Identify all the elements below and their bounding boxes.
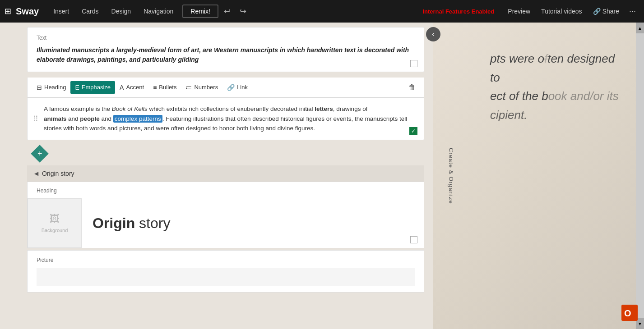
preview-line2: ect of the book and/or its bbox=[490, 87, 623, 106]
scroll-up-button[interactable]: ▲ bbox=[636, 23, 644, 33]
right-panel: ‹ Create & Organize pts were often desig… bbox=[433, 23, 644, 329]
chevron-left-icon: ‹ bbox=[432, 30, 434, 38]
grid-icon[interactable]: ⊞ bbox=[5, 6, 11, 16]
section-header: ◀ Origin story bbox=[27, 165, 424, 182]
app-logo: Sway bbox=[16, 6, 39, 17]
heading-bg-placeholder[interactable]: 🖼 Background bbox=[28, 198, 82, 248]
tutorial-button[interactable]: Tutorial videos bbox=[537, 5, 587, 18]
numbers-button[interactable]: ≔ Numbers bbox=[181, 81, 222, 94]
picture-card-label: Picture bbox=[37, 257, 415, 263]
add-content-button[interactable]: + bbox=[31, 145, 49, 163]
more-button[interactable]: ··· bbox=[625, 4, 639, 19]
scroll-bar: ▲ ▼ bbox=[636, 23, 644, 329]
text-and2: and bbox=[100, 115, 113, 122]
topbar: ⊞ Sway Insert Cards Design Navigation Re… bbox=[0, 0, 644, 23]
internal-features-label: Internal Features Enabled bbox=[422, 8, 494, 15]
bullets-button[interactable]: ≡ Bullets bbox=[148, 81, 181, 94]
heading-card: Heading 🖼 Background Origin story bbox=[27, 182, 424, 248]
bg-label: Background bbox=[42, 228, 68, 233]
text-drawings: , drawings of bbox=[333, 105, 368, 112]
text-animals: animals bbox=[44, 115, 66, 122]
picture-placeholder[interactable] bbox=[37, 268, 415, 286]
heading-card-label: Heading bbox=[28, 182, 424, 194]
text-people: people bbox=[80, 115, 100, 122]
section-title: Origin story bbox=[42, 170, 74, 177]
preview-area: pts were often designed to ect of the bo… bbox=[433, 23, 644, 329]
origin-story-section: ◀ Origin story Heading 🖼 Background Orig… bbox=[27, 165, 424, 292]
text-post-kells: which exhibits rich collections of exube… bbox=[148, 105, 315, 112]
picture-card: Picture bbox=[27, 250, 424, 292]
text-card-checkbox[interactable] bbox=[410, 60, 417, 67]
share-button[interactable]: 🔗 Share bbox=[588, 5, 624, 18]
preview-text: pts were often designed to ect of the bo… bbox=[490, 50, 623, 124]
emphasize-button[interactable]: E Emphasize bbox=[70, 81, 115, 94]
preview-line3: cipient. bbox=[490, 106, 623, 125]
preview-strike: f bbox=[544, 52, 547, 65]
heading-icon: ⊟ bbox=[37, 84, 42, 91]
preview-button[interactable]: Preview bbox=[503, 5, 535, 18]
main-layout: Text Illuminated manuscripts a largely-m… bbox=[0, 23, 644, 329]
menu-design[interactable]: Design bbox=[106, 5, 137, 18]
undo-button[interactable]: ↩ bbox=[220, 4, 234, 19]
text-body-checkbox[interactable]: ✓ bbox=[409, 127, 417, 135]
section-collapse-arrow[interactable]: ◀ bbox=[34, 170, 38, 177]
create-organize-label: Create & Organize bbox=[448, 148, 454, 204]
text-body-content: A famous example is the Book of Kells wh… bbox=[44, 104, 415, 133]
link-icon: 🔗 bbox=[227, 84, 235, 91]
scroll-up-icon: ▲ bbox=[638, 26, 642, 31]
accent-button[interactable]: A Accent bbox=[115, 81, 148, 94]
redo-button[interactable]: ↪ bbox=[236, 4, 250, 19]
text-complex-patterns: complex patterns bbox=[113, 115, 162, 123]
image-icon: 🖼 bbox=[50, 213, 60, 225]
create-organize-panel: Create & Organize bbox=[444, 23, 458, 329]
link-button[interactable]: 🔗 Link bbox=[222, 81, 252, 94]
text-kells: Book of Kells bbox=[112, 105, 148, 112]
preview-pre1: pts were o bbox=[490, 52, 544, 65]
svg-text:O: O bbox=[624, 308, 631, 318]
emphasize-icon: E bbox=[75, 84, 79, 91]
text-card-content[interactable]: Illuminated manuscripts a largely-mediev… bbox=[37, 46, 415, 64]
office-logo: O bbox=[621, 305, 638, 323]
heading-bold-part: Origin bbox=[93, 215, 135, 231]
scroll-down-icon: ▼ bbox=[638, 321, 642, 326]
heading-rest-part: story bbox=[135, 215, 170, 231]
preview-mid2: ook and/or its bbox=[548, 89, 619, 103]
text-card-body: Text Illuminated manuscripts a largely-m… bbox=[28, 27, 424, 72]
office-logo-svg: O bbox=[621, 305, 638, 321]
formatting-toolbar: ⊟ Heading E Emphasize A Accent ≡ Bullets… bbox=[27, 78, 424, 97]
heading-button[interactable]: ⊟ Heading bbox=[32, 81, 70, 94]
heading-text-area[interactable]: Origin story bbox=[82, 198, 424, 248]
drag-handle[interactable]: ⠿ bbox=[33, 114, 38, 123]
editor-panel: Text Illuminated manuscripts a largely-m… bbox=[0, 23, 433, 329]
share-icon: 🔗 bbox=[593, 8, 601, 15]
text-body[interactable]: ⠿ A famous example is the Book of Kells … bbox=[28, 98, 424, 140]
menu-cards[interactable]: Cards bbox=[76, 5, 104, 18]
text-body-card: ⠿ A famous example is the Book of Kells … bbox=[27, 97, 424, 140]
remix-button[interactable]: Remix! bbox=[182, 5, 218, 18]
heading-checkbox[interactable] bbox=[410, 236, 417, 243]
heading-title: Origin story bbox=[93, 215, 170, 232]
sidebar-toggle-button[interactable]: ‹ bbox=[426, 27, 440, 41]
numbers-icon: ≔ bbox=[185, 84, 192, 91]
bullets-icon: ≡ bbox=[153, 84, 157, 91]
preview-line1: pts were often designed to bbox=[490, 50, 623, 87]
delete-button[interactable]: 🗑 bbox=[405, 81, 419, 94]
accent-icon: A bbox=[120, 84, 124, 91]
text-card: Text Illuminated manuscripts a largely-m… bbox=[27, 27, 424, 72]
text-pre-kells: A famous example is the bbox=[44, 105, 112, 112]
text-letters: letters bbox=[315, 105, 333, 112]
menu-navigation[interactable]: Navigation bbox=[138, 5, 179, 18]
menu-insert[interactable]: Insert bbox=[48, 5, 74, 18]
text-card-label: Text bbox=[37, 35, 415, 41]
text-and1: and bbox=[66, 115, 80, 122]
